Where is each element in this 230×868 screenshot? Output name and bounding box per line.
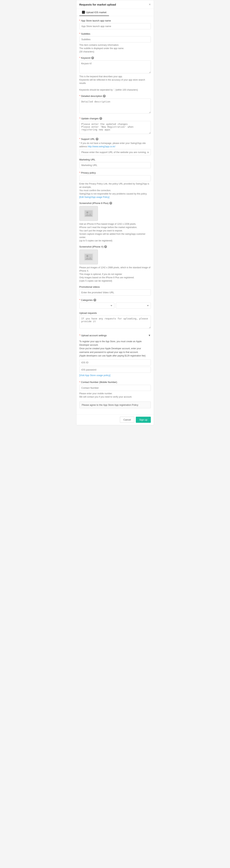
contact-number-input[interactable]: [79, 385, 151, 391]
required-star: *: [79, 137, 80, 141]
cancel-button[interactable]: Cancel: [120, 417, 134, 423]
keyword-hint: This is the keyword that describes your …: [79, 75, 151, 92]
required-star: *: [79, 19, 80, 22]
support-url-label: * Support URL ?: [79, 137, 151, 141]
categories-label: * Categories ?: [79, 299, 151, 302]
app-name-group: * App Store launch app name: [79, 19, 151, 29]
privacy-policy-hint: Enter the Privacy Policy Link, the polic…: [79, 182, 151, 199]
subtitles-group: * Subtitles This item contains summary i…: [79, 32, 151, 53]
marketing-url-group: Marketing URL: [79, 158, 151, 168]
required-star: *: [79, 171, 80, 174]
required-star: *: [79, 56, 80, 59]
required-star: *: [79, 334, 80, 337]
screenshot-plus-help-badge[interactable]: ?: [109, 202, 112, 205]
required-star: *: [79, 381, 80, 384]
modal-header: Requests for market upload ×: [76, 0, 154, 9]
upload-account-content: To register your app in the App Store, y…: [79, 339, 151, 378]
screenshot-x-hint: Please put images of 1242 x 2688 pixels,…: [79, 266, 151, 283]
svg-point-2: [87, 212, 88, 213]
upload-requests-group: Upload requests: [79, 312, 151, 329]
screenshot-plus-label: Screenshot (iPhone 8 Plus) ?: [79, 202, 151, 205]
category-select-2[interactable]: [116, 303, 151, 309]
chevron-down-icon: ▼: [148, 334, 151, 337]
app-name-input[interactable]: [79, 23, 151, 29]
promotional-videos-group: Promotional videos: [79, 285, 151, 296]
keyword-group: * Keyword ? This is the keyword that des…: [79, 56, 151, 92]
detailed-desc-help-badge[interactable]: ?: [103, 95, 106, 97]
screenshot-plus-hint: Add an iPhone 8 Plus based image of 1242…: [79, 222, 151, 242]
update-changes-help-badge[interactable]: ?: [99, 117, 102, 120]
upload-account-header[interactable]: * Upload account settings ▼: [79, 332, 151, 339]
support-url-link[interactable]: http://www.swing2app.co.kr/: [88, 145, 116, 148]
categories-row: [79, 303, 151, 309]
upload-requests-label: Upload requests: [79, 312, 151, 314]
tab-ios-label: Upload IOS market: [86, 11, 106, 14]
required-star: *: [79, 32, 80, 35]
signup-button[interactable]: Sign up: [136, 417, 151, 423]
required-star: *: [79, 117, 80, 120]
required-star: *: [79, 94, 80, 97]
policy-agreement-group: Please agree to the App Store App regist…: [79, 402, 151, 408]
marketing-url-input[interactable]: [79, 162, 151, 168]
keyword-input[interactable]: [79, 60, 151, 73]
upload-account-group: * Upload account settings ▼ To register …: [79, 332, 151, 378]
subtitles-input[interactable]: [79, 36, 151, 42]
subtitles-label: * Subtitles: [79, 32, 151, 35]
categories-group: * Categories ?: [79, 299, 151, 309]
upload-requests-input[interactable]: [79, 315, 151, 329]
detailed-desc-group: * Detailed description ?: [79, 94, 151, 114]
screenshot-x-image[interactable]: [79, 250, 98, 265]
update-changes-group: * Update changes ?: [79, 117, 151, 134]
detailed-desc-label: * Detailed description ?: [79, 94, 151, 97]
app-name-label: * App Store launch app name: [79, 19, 151, 22]
contact-number-label: * Contact Number (Mobile Number): [79, 381, 151, 384]
support-url-input[interactable]: [79, 149, 151, 155]
screenshot-plus-image[interactable]: [79, 206, 98, 221]
tab-bar: Upload IOS market: [76, 9, 154, 16]
required-star: *: [79, 299, 80, 302]
promotional-videos-input[interactable]: [79, 289, 151, 296]
subtitles-hint: This item contains summary information. …: [79, 43, 151, 53]
edit-policy-link[interactable]: [Edit Swing2App usage Policy]: [79, 196, 109, 198]
contact-number-hint: Please enter your mobile number. We will…: [79, 392, 151, 399]
screenshot-plus-group: Screenshot (iPhone 8 Plus) ? Add an iPho…: [79, 202, 151, 242]
privacy-policy-group: * Privacy policy http://www.swing2app.co…: [79, 171, 151, 199]
ios-id-input[interactable]: [79, 360, 151, 366]
svg-point-6: [87, 255, 88, 257]
category-select-1[interactable]: [79, 303, 114, 309]
visit-policy-link[interactable]: [Visit App Store usage policy]: [79, 374, 110, 377]
screenshot-x-help-badge[interactable]: ?: [104, 245, 107, 248]
privacy-policy-input[interactable]: http://www.swing2app.co.kr/app_policy.js…: [79, 175, 151, 181]
ios-password-input[interactable]: [79, 367, 151, 373]
contact-number-group: * Contact Number (Mobile Number) Please …: [79, 381, 151, 399]
policy-agreement-box[interactable]: Please agree to the App Store App regist…: [79, 402, 151, 408]
screenshot-x-group: Screenshot (iPhone X) ? Please put image…: [79, 245, 151, 283]
footer-buttons: Cancel Sign up: [76, 414, 154, 425]
screenshot-x-label: Screenshot (iPhone X) ?: [79, 245, 151, 248]
form-body: * App Store launch app name * Subtitles …: [76, 16, 154, 414]
modal-title: Requests for market upload: [79, 3, 116, 6]
close-button[interactable]: ×: [149, 3, 151, 6]
support-url-note: * If you do not have a homepage, please …: [79, 142, 151, 148]
promotional-videos-label: Promotional videos: [79, 285, 151, 288]
upload-account-info: To register your app in the App Store, y…: [79, 340, 151, 358]
keyword-help-badge[interactable]: ?: [91, 57, 94, 59]
apple-icon: [82, 11, 85, 14]
support-url-group: * Support URL ? * If you do not have a h…: [79, 137, 151, 155]
update-changes-input[interactable]: [79, 121, 151, 134]
support-url-help-badge[interactable]: ?: [96, 138, 98, 141]
tab-ios[interactable]: Upload IOS market: [79, 9, 109, 16]
categories-help-badge[interactable]: ?: [93, 299, 96, 302]
privacy-policy-label: * Privacy policy: [79, 171, 151, 174]
marketing-url-label: Marketing URL: [79, 158, 151, 161]
detailed-desc-input[interactable]: [79, 99, 151, 114]
keyword-label: * Keyword ?: [79, 56, 151, 59]
update-changes-label: * Update changes ?: [79, 117, 151, 120]
